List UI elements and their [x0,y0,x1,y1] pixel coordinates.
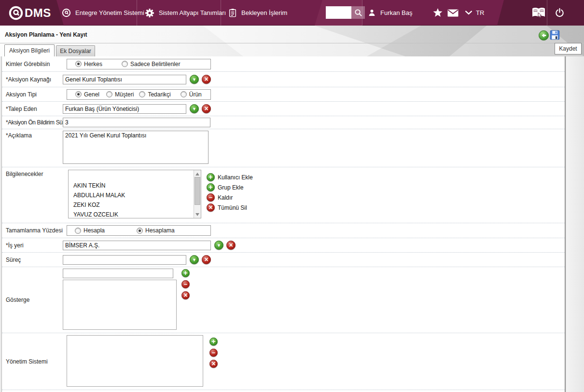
radio-label: Hesapla [83,227,105,234]
list-item[interactable]: ABDULLAH MALAK [69,190,201,200]
favorites-button[interactable] [431,0,445,26]
form-row-kimler-gorebilsin: Kimler Görebilsin Herkes Sadece Belirtil… [2,56,565,72]
field-label: *Aksiyon Kaynağı [2,76,63,83]
surec-clear-button[interactable] [202,255,211,264]
radio-option-hesaplama[interactable]: Hesaplama [137,227,175,234]
user-name: Furkan Baş [380,9,412,16]
surec-input[interactable] [63,255,186,265]
form-row-bilgilenecekler: Bilgilenecekler AKIN TEKİN ABDULLAH MALA… [2,167,565,223]
bilgilenecekler-actions: Kullanıcı Ekle Grup Ekle Kaldır Tümünü S… [207,173,253,212]
talep-eden-lookup-button[interactable] [190,104,199,113]
is-yeri-input[interactable] [63,241,211,250]
form-panel: Kimler Görebilsin Herkes Sadece Belirtil… [1,56,566,392]
yonetim-controls [63,333,203,390]
nav-item-entegre-yonetim-sistemi[interactable]: Entegre Yönetim Sistemi [62,0,144,26]
radio-label: Müşteri [115,91,134,98]
qdms-logo-icon [8,5,24,21]
talep-eden-clear-button[interactable] [202,104,211,113]
open-book-icon [531,7,546,19]
remove-all-button[interactable]: Tümünü Sil [207,203,253,212]
aksiyon-kaynagi-clear-button[interactable] [202,75,211,84]
radio-icon [75,228,81,234]
tab-aksiyon-bilgileri[interactable]: Aksiyon Bilgileri [4,44,55,56]
field-label: Aksiyon Tipi [2,91,63,98]
talep-eden-input[interactable] [63,104,186,114]
remove-button[interactable]: Kaldır [207,193,253,202]
radio-icon [106,91,112,97]
surec-lookup-button[interactable] [190,255,199,264]
radio-selected-icon [137,228,143,234]
yonetim-remove-button[interactable] [209,349,218,357]
gosterge-actions [181,269,190,299]
header-divider [0,43,584,43]
add-user-button[interactable]: Kullanıcı Ekle [207,173,253,182]
listbox-scrollbar[interactable] [194,170,201,218]
nav-item-bekleyen-islerim[interactable]: Bekleyen İşlerim [228,0,287,26]
yonetim-add-button[interactable] [209,338,218,346]
nav-item-sistem-altyapi-tanimlari[interactable]: Sistem Altyapı Tanımları [145,0,226,26]
radio-option-hesapla[interactable]: Hesapla [75,227,105,234]
help-guide-button[interactable] [530,0,547,26]
list-item[interactable]: YAVUZ OZCELIK [69,210,201,218]
aciklama-textarea[interactable]: 2021 Yılı Genel Kurul Toplantısı [63,131,209,164]
scrollbar-up-arrow[interactable] [194,171,201,177]
list-item[interactable]: ZEKI KOZ [69,200,201,210]
field-label: *İş yeri [2,242,63,249]
language-dropdown-chevron[interactable] [463,0,474,26]
is-yeri-lookup-button[interactable] [214,241,223,250]
radio-option-herkes[interactable]: Herkes [75,61,102,68]
radio-option-genel[interactable]: Genel [75,91,99,98]
field-label: Kimler Görebilsin [2,61,63,68]
form-row-aksiyon-tipi: Aksiyon Tipi Genel Müşteri Tedarikçi Ürü… [2,87,565,102]
form-row-is-yeri: *İş yeri [2,238,565,253]
radio-option-sadece-belirtilenler[interactable]: Sadece Belirtilenler [122,61,180,68]
is-yeri-clear-button[interactable] [226,241,236,250]
qdms-logo[interactable]: DMS [8,0,51,26]
on-bildirim-suresi-input[interactable] [63,118,210,127]
gosterge-clear-button[interactable] [181,291,190,299]
user-menu[interactable]: Furkan Baş [368,0,412,26]
top-navigation-bar: DMS Entegre Yönetim Sistemi [0,0,584,26]
field-label: Bilgilenecekler [2,167,63,177]
aksiyon-kaynagi-input[interactable] [63,75,186,84]
kimler-gorebilsin-radio-group: Herkes Sadece Belirtilenler [67,59,211,69]
logout-button[interactable] [551,0,568,26]
add-group-button[interactable]: Grup Ekle [207,183,253,192]
search-input[interactable] [326,6,351,19]
radio-icon [181,91,187,97]
gosterge-remove-button[interactable] [181,280,190,288]
gosterge-add-button[interactable] [181,269,190,277]
mail-icon [447,9,459,17]
yonetim-sistemi-listbox[interactable] [67,335,203,387]
search-button[interactable] [351,6,365,19]
list-item[interactable]: AKIN TEKİN [69,181,201,190]
gosterge-input[interactable] [63,269,173,278]
action-label: Tümünü Sil [218,204,247,211]
bilgilenecekler-listbox[interactable]: AKIN TEKİN ABDULLAH MALAK ZEKI KOZ YAVUZ… [68,170,201,218]
aksiyon-tipi-radio-group: Genel Müşteri Tedarikçi Ürün [67,89,211,100]
form-row-talep-eden: *Talep Eden [2,102,565,116]
back-button[interactable] [539,30,549,41]
radio-option-tedarikci[interactable]: Tedarikçi [139,91,170,98]
field-label: *Talep Eden [2,106,63,112]
messages-button[interactable] [446,0,459,26]
save-button[interactable] [550,29,560,40]
yonetim-clear-button[interactable] [209,360,218,368]
aksiyon-kaynagi-lookup-button[interactable] [190,75,199,84]
tab-ek-dosyalar[interactable]: Ek Dosyalar [56,45,95,56]
scrollbar-thumb[interactable] [195,177,200,205]
radio-label: Tedarikçi [148,91,170,98]
radio-selected-icon [75,61,82,67]
field-label: Tamamlanma Yüzdesi [2,227,63,234]
language-code: TR [476,9,484,16]
field-label: Yönetim Sistemi [2,333,63,390]
gosterge-listbox[interactable] [63,280,177,330]
radio-option-urun[interactable]: Ürün [181,91,202,98]
language-label[interactable]: TR [476,0,484,26]
field-label: Süreç [2,257,63,263]
user-icon [368,9,376,17]
scrollbar-down-arrow[interactable] [194,211,201,217]
nav-separator [137,0,137,26]
plus-icon [207,173,215,181]
radio-option-musteri[interactable]: Müşteri [106,91,134,98]
